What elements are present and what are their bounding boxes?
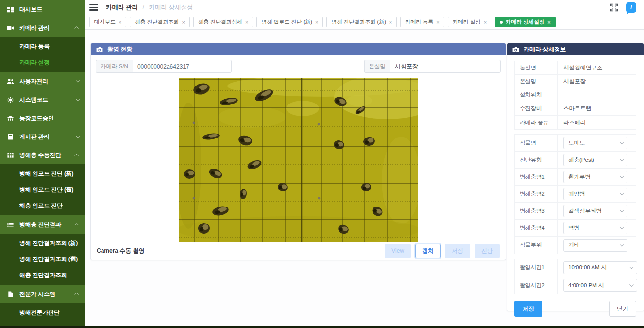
topbar: 카메라 관리 / 카메라 상세설정 i [85,0,644,15]
detail-row: 병해충명2궤양병 [515,186,636,203]
detail-row-label: 설치위치 [515,88,558,102]
close-button[interactable]: 닫기 [609,301,636,317]
tab-close-icon[interactable]: × [389,19,392,25]
sidebar-item-system-code[interactable]: 시스템코드 [0,90,85,109]
tab-close-icon[interactable]: × [119,19,121,25]
capture-button[interactable]: 캡처 [415,244,441,258]
fullscreen-icon[interactable] [610,3,618,12]
detail-row-value: 스마트트랩 [558,102,636,115]
tab-1[interactable]: 해충 진단결과조회× [130,17,190,27]
sidebar-item-label: 농장코드승인 [19,114,54,122]
capture-status-panel-header: 촬영 현황 [91,43,506,55]
camera-icon [96,47,103,52]
insect-blob [184,169,195,179]
sidebar-item-disease-result-search-old[interactable]: 병해 진단결과조회 (舊) [0,251,85,267]
detail-row-label: 촬영시간1 [515,259,558,276]
tab-bar: 대시보드×해충 진단결과조회×해충 진단결과상세×병해 업로드 진단 (新)×병… [85,15,644,30]
camera-sn-input[interactable] [133,60,232,73]
tab-3[interactable]: 병해 업로드 진단 (新)× [256,17,323,27]
sidebar-item-label: 대시보드 [19,5,42,14]
chat-notification-icon[interactable]: i [626,2,636,13]
tab-label: 병해 업로드 진단 (新) [261,18,312,26]
chevron-down-icon [620,208,624,212]
dashboard-icon [7,6,15,13]
sidebar-item-camera-settings[interactable]: 카메라 설정 [0,54,85,70]
app-window: 대시보드카메라 관리카메라 등록카메라 설정사용자관리시스템코드농장코드승인게시… [0,0,644,328]
sidebar-item-expert-system[interactable]: 전문가 시스템 [0,285,85,303]
tab-close-icon[interactable]: × [484,19,487,25]
breadcrumb-section[interactable]: 카메라 관리 [106,4,138,11]
capture-buttons: View캡처저장진단 [385,244,500,258]
tab-close-icon[interactable]: × [315,19,318,25]
sidebar-item-pest-result-search[interactable]: 해충 진단결과조회 [0,267,85,283]
tab-active-dot [500,21,503,24]
detail-row-value: 시험포장 [558,75,636,88]
camera-detail-panel: 카메라 상세정보 농장명시설원예연구소온실명시험포장설치위치수집장비스마트트랩카… [507,43,644,311]
sidebar-submenu: 병해전문가판단 [0,303,85,328]
sidebar-item-user-management[interactable]: 사용자관리 [0,72,85,90]
diagnose-button[interactable]: 진단 [475,244,500,258]
chevron-up-icon [74,26,78,30]
tab-active[interactable]: 카메라 상세설정× [495,17,556,27]
sidebar-item-disease-upload-diagnosis-old[interactable]: 병해 업로드 진단 (舊) [0,182,85,198]
crop-name-select[interactable]: 토마토 [563,137,627,149]
detail-row: 촬영시간24:00:00 PM 시 [515,276,636,294]
sidebar-item-label: 병해충 진단결과 [19,221,61,229]
sidebar-item-dashboard[interactable]: 대시보드 [0,0,85,18]
tab-close-icon[interactable]: × [245,19,248,25]
pest-name-4-select[interactable]: 역병 [563,222,627,234]
greenhouse-label: 온실명 [364,60,390,73]
detail-row-value: 역병 [558,220,636,236]
capture-time-1-select[interactable]: 10:00:00 AM 시 [563,261,637,274]
save-button[interactable]: 저장 [514,301,542,317]
detail-row-label: 병해충명1 [515,169,558,185]
sidebar-item-label: 시스템코드 [19,96,48,104]
detail-row-value: 토마토 [558,135,636,151]
tab-close-icon[interactable]: × [547,19,550,25]
tab-6[interactable]: 카메라 설정× [448,17,492,27]
detail-row: 촬영시간110:00:00 AM 시 [515,259,636,276]
tab-0[interactable]: 대시보드× [89,17,126,27]
capture-time-table: 촬영시간110:00:00 AM 시촬영시간24:00:00 PM 시 [514,259,636,294]
camera-icon [512,47,519,52]
sidebar-item-pest-upload-diagnosis[interactable]: 해충 업로드 진단 [0,198,85,214]
select-value: 해충(Pest) [568,156,594,164]
sidebar-item-disease-result-search-new[interactable]: 병해 진단결과조회 (新) [0,235,85,251]
detail-row-label: 온실명 [515,75,558,88]
save-button[interactable]: 저장 [445,244,470,258]
capture-time-2-select[interactable]: 4:00:00 PM 시 [563,279,637,292]
tab-2[interactable]: 해충 진단결과상세× [193,17,254,27]
view-button[interactable]: View [385,244,411,258]
hamburger-menu-icon[interactable] [89,4,98,11]
tab-4[interactable]: 병해 진단결과조회 (新)× [326,17,397,27]
detail-row-label: 작물부위 [515,237,558,254]
select-value: 토마토 [568,139,585,147]
chevron-down-icon [620,140,624,144]
detail-row-label: 병해충명2 [515,186,558,202]
sidebar-item-disease-upload-diagnosis-new[interactable]: 병해 업로드 진단 (新) [0,166,85,182]
tab-close-icon[interactable]: × [436,19,439,25]
sidebar-item-pest-manual-diagnosis[interactable]: 병해충 수동진단 [0,146,85,164]
pest-name-1-select[interactable]: 흰가루병 [563,171,627,183]
select-value: 기타 [568,242,579,249]
tab-5[interactable]: 카메라 등록× [400,17,444,27]
pest-name-2-select[interactable]: 궤양병 [563,188,627,200]
crop-part-select[interactable]: 기타 [563,239,627,252]
tab-close-icon[interactable]: × [182,19,185,25]
select-value: 4:00:00 PM 시 [568,282,604,289]
greenhouse-input[interactable] [390,60,501,73]
sidebar-item-disease-expert-judgment[interactable]: 병해전문가판단 [0,305,85,321]
sidebar-item-farm-code-approval[interactable]: 농장코드승인 [0,109,85,127]
sidebar-item-camera-management[interactable]: 카메라 관리 [0,18,85,37]
glare-highlight [347,95,372,106]
select-value: 역병 [568,224,579,232]
sidebar-item-camera-register[interactable]: 카메라 등록 [0,38,85,54]
diagnosis-type-select[interactable]: 해충(Pest) [563,154,627,166]
camera-sn-label: 카메라 S/N [96,60,133,73]
sidebar-item-pest-diagnosis-results[interactable]: 병해충 진단결과 [0,215,85,234]
detail-row-value: 기타 [558,237,636,254]
pest-name-3-select[interactable]: 갈색점무늬병 [563,205,627,217]
detail-row-label: 병해충명4 [515,220,558,236]
breadcrumb-page: 카메라 상세설정 [149,4,193,11]
sidebar-item-board-management[interactable]: 게시판 관리 [0,127,85,146]
